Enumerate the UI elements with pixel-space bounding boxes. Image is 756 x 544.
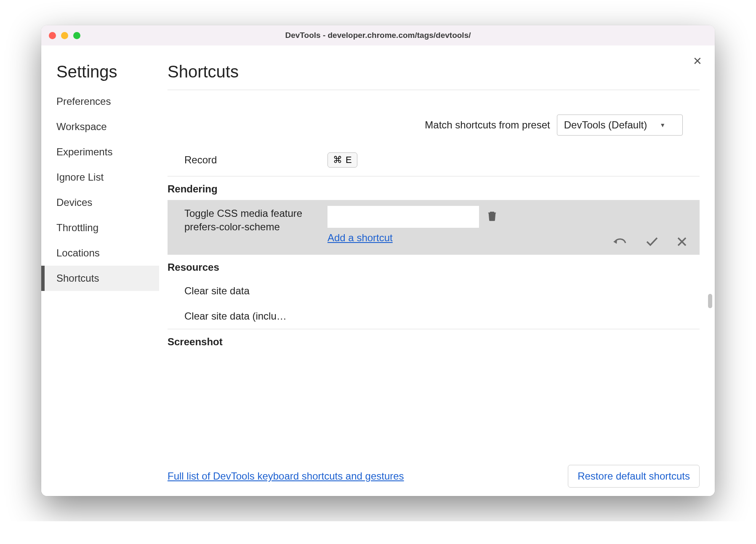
sidebar-item-locations[interactable]: Locations: [41, 240, 159, 266]
traffic-lights: [49, 32, 80, 39]
shortcut-modifier: ⌘: [333, 155, 342, 165]
trash-icon: [487, 210, 497, 221]
preset-value: DevTools (Default): [564, 119, 647, 131]
restore-defaults-button[interactable]: Restore default shortcuts: [568, 465, 700, 488]
add-shortcut-link[interactable]: Add a shortcut: [327, 232, 393, 244]
sidebar-item-devices[interactable]: Devices: [41, 190, 159, 215]
section-rendering-title: Rendering: [168, 176, 700, 200]
app-body: ✕ Settings Preferences Workspace Experim…: [41, 45, 715, 496]
confirm-button[interactable]: [646, 237, 658, 247]
shortcut-input[interactable]: [327, 206, 479, 228]
resource-item-clear-site-data[interactable]: Clear site data: [168, 278, 700, 304]
full-shortcuts-link[interactable]: Full list of DevTools keyboard shortcuts…: [168, 470, 404, 482]
edit-row-actions: [613, 236, 687, 247]
window-minimize-button[interactable]: [61, 32, 68, 39]
page-title: Shortcuts: [168, 62, 700, 90]
shortcut-action-label: Toggle CSS media feature prefers-color-s…: [184, 206, 327, 234]
resource-item-clear-site-data-including[interactable]: Clear site data (inclu…: [168, 304, 700, 329]
preset-select[interactable]: DevTools (Default) ▼: [557, 115, 683, 136]
record-shortcut[interactable]: ⌘ E: [327, 152, 357, 168]
close-icon: [677, 237, 687, 247]
settings-main: Shortcuts Match shortcuts from preset De…: [159, 45, 715, 496]
sidebar-item-ignore-list[interactable]: Ignore List: [41, 165, 159, 190]
section-screenshot-title: Screenshot: [168, 329, 700, 353]
check-icon: [646, 237, 658, 247]
settings-sidebar: Settings Preferences Workspace Experimen…: [41, 45, 159, 496]
undo-icon: [613, 236, 627, 247]
sidebar-item-workspace[interactable]: Workspace: [41, 114, 159, 139]
cancel-button[interactable]: [677, 237, 687, 247]
delete-shortcut-button[interactable]: [487, 210, 497, 221]
sidebar-item-experiments[interactable]: Experiments: [41, 139, 159, 165]
sidebar-item-shortcuts[interactable]: Shortcuts: [41, 266, 159, 291]
sidebar-item-throttling[interactable]: Throttling: [41, 215, 159, 240]
footer: Full list of DevTools keyboard shortcuts…: [168, 465, 700, 488]
section-resources-title: Resources: [168, 255, 700, 278]
record-label: Record: [184, 154, 327, 166]
window-zoom-button[interactable]: [73, 32, 80, 39]
shortcut-edit-row: Toggle CSS media feature prefers-color-s…: [168, 200, 700, 255]
scrollbar-thumb[interactable]: [708, 294, 712, 308]
window-close-button[interactable]: [49, 32, 56, 39]
preset-label: Match shortcuts from preset: [425, 119, 550, 131]
undo-button[interactable]: [613, 236, 627, 247]
settings-heading: Settings: [41, 62, 159, 89]
titlebar: DevTools - developer.chrome.com/tags/dev…: [41, 25, 715, 45]
devtools-window: DevTools - developer.chrome.com/tags/dev…: [41, 25, 715, 496]
shortcut-input-area: Add a shortcut: [327, 206, 479, 244]
record-row: Record ⌘ E: [168, 152, 700, 176]
window-title: DevTools - developer.chrome.com/tags/dev…: [41, 31, 715, 40]
chevron-down-icon: ▼: [660, 122, 665, 128]
sidebar-item-preferences[interactable]: Preferences: [41, 89, 159, 114]
shortcut-key: E: [346, 155, 352, 165]
preset-row: Match shortcuts from preset DevTools (De…: [168, 90, 700, 152]
